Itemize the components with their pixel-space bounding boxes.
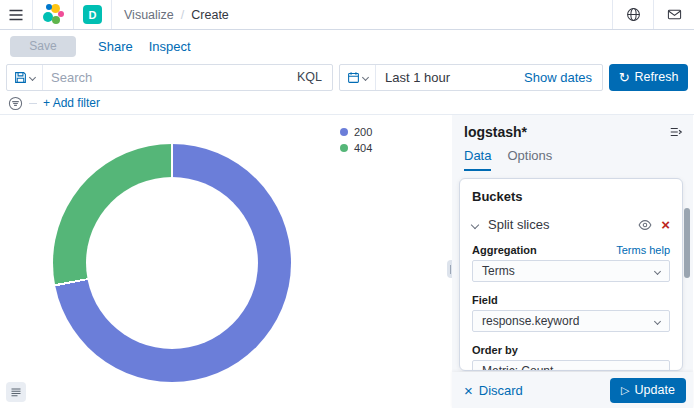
- save-query-icon: [14, 71, 27, 84]
- discard-label: Discard: [479, 383, 523, 398]
- list-icon: [10, 386, 22, 398]
- visualize-toolbar: Save Share Inspect: [0, 30, 694, 62]
- time-range-value[interactable]: Last 1 hour: [376, 70, 450, 85]
- aggregation-select[interactable]: Terms: [472, 260, 670, 282]
- terms-help-link[interactable]: Terms help: [616, 244, 670, 256]
- query-language-button[interactable]: KQL: [287, 70, 332, 84]
- legend-item-404[interactable]: 404: [340, 142, 372, 154]
- calendar-icon: [347, 71, 360, 84]
- date-quick-select-button[interactable]: [340, 65, 376, 90]
- close-icon: ×: [464, 383, 473, 398]
- space-avatar[interactable]: D: [83, 5, 102, 24]
- globe-icon: [626, 7, 641, 22]
- breadcrumb-visualize[interactable]: Visualize: [124, 8, 174, 22]
- save-button[interactable]: Save: [10, 36, 76, 57]
- buckets-heading: Buckets: [472, 189, 670, 204]
- filter-drop-zone: [29, 103, 37, 104]
- field-label: Field: [472, 294, 498, 306]
- saved-query-menu-button[interactable]: [7, 65, 43, 90]
- collapse-panel-button[interactable]: [669, 125, 683, 139]
- field-group: Field response.keyword: [472, 294, 670, 332]
- chart-legend: 200 404: [340, 126, 372, 154]
- main-content: 200 404 logstash* Data Options Buckets: [0, 115, 694, 408]
- order-by-value: Metric: Count: [482, 364, 553, 371]
- order-by-label: Order by: [472, 344, 518, 356]
- donut-chart[interactable]: [53, 144, 291, 382]
- chevron-down-icon: [654, 317, 661, 324]
- refresh-button[interactable]: ↻ Refresh: [609, 64, 688, 91]
- menu-button[interactable]: [0, 0, 32, 29]
- panel-scrollbar[interactable]: [684, 208, 690, 278]
- tab-options[interactable]: Options: [507, 148, 552, 171]
- search-input[interactable]: [43, 70, 287, 85]
- split-slices-label: Split slices: [488, 217, 549, 232]
- aggregation-label: Aggregation: [472, 244, 537, 256]
- refresh-icon: ↻: [619, 71, 630, 84]
- legend-label-200: 200: [354, 126, 372, 138]
- query-bar: KQL Last 1 hour Show dates ↻ Refresh: [0, 62, 694, 92]
- order-by-select[interactable]: Metric: Count: [472, 360, 670, 371]
- eye-icon[interactable]: [638, 218, 652, 232]
- nav-divider: [111, 0, 112, 29]
- mail-icon: [667, 7, 682, 22]
- split-slices-row[interactable]: Split slices ×: [472, 217, 670, 232]
- discard-button[interactable]: × Discard: [464, 383, 523, 398]
- hamburger-icon: [8, 7, 24, 23]
- donut-hole: [86, 177, 258, 349]
- tab-data[interactable]: Data: [464, 148, 491, 171]
- chevron-down-icon: [654, 367, 661, 371]
- panel-tabs: Data Options: [452, 140, 693, 171]
- top-nav: D Visualize / Create: [0, 0, 694, 30]
- panel-header: logstash*: [452, 115, 693, 140]
- field-select[interactable]: response.keyword: [472, 310, 670, 332]
- show-dates-button[interactable]: Show dates: [524, 70, 602, 85]
- date-picker: Last 1 hour Show dates: [339, 64, 603, 91]
- legend-item-200[interactable]: 200: [340, 126, 372, 138]
- chevron-down-icon: [29, 73, 36, 80]
- refresh-label: Refresh: [635, 70, 679, 84]
- elastic-logo[interactable]: [42, 4, 64, 26]
- breadcrumb-separator: /: [181, 8, 184, 22]
- play-icon: ▷: [621, 385, 629, 396]
- update-button[interactable]: ▷ Update: [610, 378, 686, 403]
- share-button[interactable]: Share: [98, 39, 133, 54]
- index-pattern-title: logstash*: [464, 124, 527, 140]
- legend-label-404: 404: [354, 142, 372, 154]
- filter-bar: + Add filter: [0, 92, 694, 115]
- inspect-button[interactable]: Inspect: [149, 39, 191, 54]
- panel-footer: × Discard ▷ Update: [452, 372, 693, 408]
- buckets-panel: Buckets Split slices × Aggregation Terms…: [459, 178, 683, 371]
- legend-toggle-button[interactable]: [6, 382, 26, 402]
- chevron-down-icon: [654, 267, 661, 274]
- chevron-down-icon: [362, 73, 369, 80]
- legend-swatch-200: [340, 128, 348, 136]
- update-label: Update: [635, 383, 675, 397]
- menu-right-icon: [669, 125, 683, 139]
- add-filter-button[interactable]: + Add filter: [43, 96, 100, 110]
- field-value: response.keyword: [482, 314, 579, 328]
- data-config-panel: logstash* Data Options Buckets Split sli…: [452, 115, 693, 408]
- aggregation-value: Terms: [482, 264, 515, 278]
- nav-divider: [73, 0, 74, 29]
- breadcrumb-create: Create: [191, 8, 229, 22]
- filter-icon[interactable]: [8, 96, 23, 111]
- visualization-canvas: 200 404: [0, 115, 452, 408]
- legend-swatch-404: [340, 144, 348, 152]
- newsfeed-button[interactable]: [654, 0, 694, 29]
- chevron-down-icon: [471, 220, 479, 228]
- aggregation-group: Aggregation Terms help Terms: [472, 244, 670, 282]
- breadcrumb: Visualize / Create: [124, 8, 229, 22]
- nav-divider: [32, 0, 33, 29]
- search-bar: KQL: [6, 64, 333, 91]
- remove-bucket-icon[interactable]: ×: [661, 217, 670, 232]
- order-by-group: Order by Metric: Count: [472, 344, 670, 371]
- cloud-deployment-button[interactable]: [613, 0, 653, 29]
